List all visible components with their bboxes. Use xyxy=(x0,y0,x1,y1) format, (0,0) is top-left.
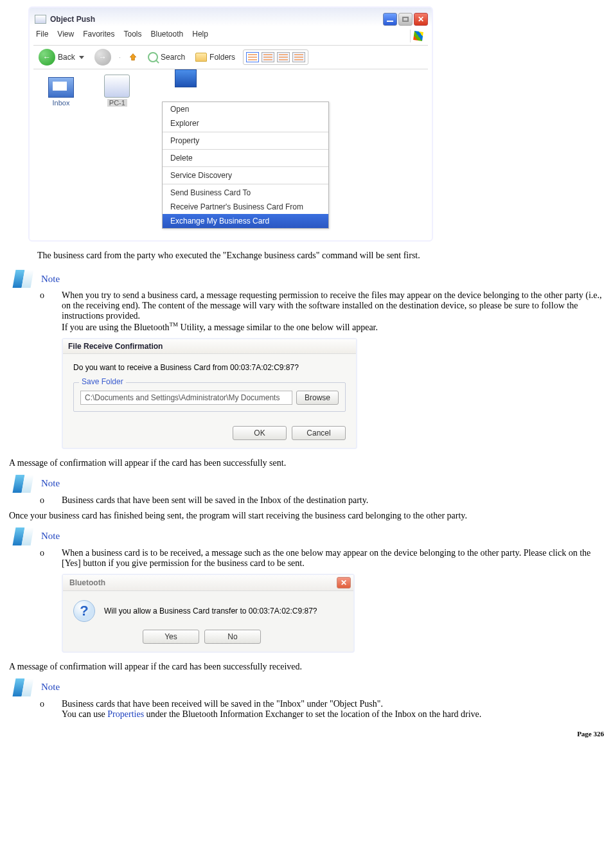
folders-icon xyxy=(195,53,207,62)
window-title: Object Push xyxy=(50,15,95,24)
ctx-open[interactable]: Open xyxy=(163,102,328,116)
note-4-line1: Business cards that have been received w… xyxy=(62,699,383,709)
note-label: Note xyxy=(41,531,60,542)
save-folder-group: Save Folder C:\Documents and Settings\Ad… xyxy=(73,382,346,412)
windows-flag-icon xyxy=(410,30,425,42)
up-button[interactable] xyxy=(126,50,140,64)
folders-button[interactable]: Folders xyxy=(193,51,238,63)
cancel-button[interactable]: Cancel xyxy=(292,426,346,440)
view-option-4[interactable] xyxy=(292,52,305,62)
bt-exchanger-icon xyxy=(35,15,46,24)
chevron-down-icon xyxy=(79,56,84,59)
note-3-list: When a business card is to be received, … xyxy=(9,548,604,569)
menu-help[interactable]: Help xyxy=(192,30,208,42)
back-arrow-icon: ← xyxy=(39,49,55,66)
properties-link[interactable]: Properties xyxy=(107,709,144,719)
forward-arrow-icon: → xyxy=(94,49,111,66)
item-pc1-label: PC-1 xyxy=(107,99,127,107)
toolbar: ← Back → · Search Folders xyxy=(33,46,428,69)
menu-file[interactable]: File xyxy=(36,30,48,42)
note-icon xyxy=(13,270,34,288)
inbox-icon xyxy=(48,77,74,98)
ok-button[interactable]: OK xyxy=(233,426,287,440)
bluetooth-prompt-message: Will you allow a Business Card transfer … xyxy=(104,607,317,616)
view-option-2[interactable] xyxy=(262,52,274,62)
yes-button[interactable]: Yes xyxy=(143,630,199,644)
ctx-explorer[interactable]: Explorer xyxy=(163,116,328,130)
ctx-delete[interactable]: Delete xyxy=(163,151,328,165)
separator xyxy=(163,132,328,132)
question-icon: ? xyxy=(73,600,95,622)
pc-small-icon xyxy=(175,69,197,87)
context-target-device xyxy=(175,69,197,87)
note-4-item: Business cards that have been received w… xyxy=(40,699,604,720)
back-label: Back xyxy=(58,53,75,62)
search-label: Search xyxy=(161,53,185,62)
note-label: Note xyxy=(41,478,60,489)
menu-tools[interactable]: Tools xyxy=(124,30,142,42)
minimize-button[interactable] xyxy=(383,13,397,26)
tm-mark: TM xyxy=(170,321,179,328)
note-1-list: When you try to send a business card, a … xyxy=(9,290,604,333)
maximize-button[interactable] xyxy=(398,13,413,26)
view-toggle[interactable] xyxy=(243,49,308,65)
para-start-receiving: Once your business card has finished bei… xyxy=(9,511,604,521)
item-pc1[interactable]: PC-1 xyxy=(94,75,139,107)
ctx-service-discovery[interactable]: Service Discovery xyxy=(163,168,328,182)
separator xyxy=(163,166,328,167)
browse-button[interactable]: Browse xyxy=(296,391,339,405)
object-push-window: Object Push File View Favorites Tools Bl… xyxy=(28,6,433,242)
folders-label: Folders xyxy=(209,53,235,62)
back-button[interactable]: ← Back xyxy=(36,48,87,67)
file-receive-prompt: Do you want to receive a Business Card f… xyxy=(73,363,346,372)
bluetooth-prompt-dialog: Bluetooth ✕ ? Will you allow a Business … xyxy=(62,574,355,653)
note-icon xyxy=(13,475,34,493)
titlebar: Object Push xyxy=(33,12,428,28)
note-1-line2b: Utility, a message similar to the one be… xyxy=(178,323,378,332)
note-label: Note xyxy=(41,274,60,285)
note-1-line2a: If you are using the Bluetooth xyxy=(62,323,170,332)
no-button[interactable]: No xyxy=(204,630,261,644)
note-4-list: Business cards that have been received w… xyxy=(9,699,604,720)
folder-body: Inbox PC-1 Open Explorer Property Delete… xyxy=(33,69,428,236)
para-confirm-received: A message of confirmation will appear if… xyxy=(9,662,604,672)
separator: · xyxy=(119,53,121,62)
item-inbox[interactable]: Inbox xyxy=(39,77,84,107)
separator xyxy=(163,184,328,184)
folder-up-icon xyxy=(129,51,138,63)
note-icon xyxy=(13,678,34,696)
view-option-1[interactable] xyxy=(246,52,259,62)
view-option-3[interactable] xyxy=(277,52,290,62)
forward-button[interactable]: → xyxy=(92,48,114,67)
save-folder-path[interactable]: C:\Documents and Settings\Administrator\… xyxy=(80,391,292,405)
page-number: Page 326 xyxy=(9,730,604,738)
ctx-send-card-to[interactable]: Send Business Card To xyxy=(163,186,328,200)
close-button[interactable] xyxy=(414,13,428,26)
note-heading-1: Note xyxy=(14,270,604,288)
bluetooth-prompt-title: Bluetooth xyxy=(69,578,105,587)
note-heading-4: Note xyxy=(14,678,604,696)
note-icon xyxy=(13,527,34,545)
window-buttons xyxy=(383,13,428,26)
separator xyxy=(163,149,328,150)
note-1-item: When you try to send a business card, a … xyxy=(40,290,604,333)
ctx-receive-card-from[interactable]: Receive Partner's Business Card From xyxy=(163,200,328,214)
menu-bluetooth[interactable]: Bluetooth xyxy=(151,30,184,42)
menubar: File View Favorites Tools Bluetooth Help xyxy=(33,28,428,46)
para-exchange-first: The business card from the party who exe… xyxy=(37,251,604,261)
menu-favorites[interactable]: Favorites xyxy=(83,30,114,42)
search-button[interactable]: Search xyxy=(145,51,188,64)
note-2-list: Business cards that have been sent will … xyxy=(9,495,604,506)
note-heading-3: Note xyxy=(14,527,604,545)
note-heading-2: Note xyxy=(14,475,604,493)
menu-view[interactable]: View xyxy=(57,30,74,42)
ctx-exchange-my-card[interactable]: Exchange My Business Card xyxy=(163,214,328,228)
close-button[interactable]: ✕ xyxy=(337,577,351,589)
pc-icon xyxy=(104,75,130,98)
note-label: Note xyxy=(41,682,60,693)
save-folder-legend: Save Folder xyxy=(79,377,126,386)
ctx-property[interactable]: Property xyxy=(163,134,328,148)
note-3-item: When a business card is to be received, … xyxy=(40,548,604,569)
search-icon xyxy=(148,52,158,62)
item-inbox-label: Inbox xyxy=(53,99,70,107)
